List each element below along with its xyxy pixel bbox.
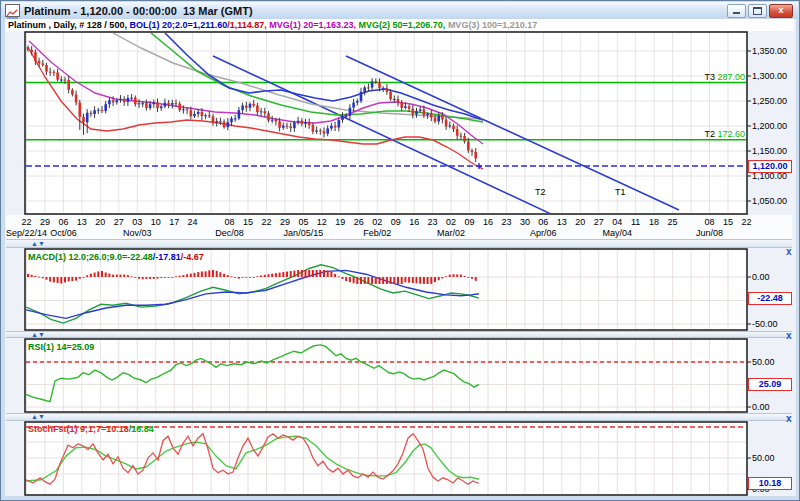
- x-axis-tick-label: 30: [520, 217, 530, 227]
- x-axis-tick-label: 09: [465, 217, 475, 227]
- level-label: T3 287.00: [695, 72, 745, 82]
- month-label: Dec/08: [215, 228, 244, 238]
- y-axis-label: 1,250.00: [752, 96, 787, 106]
- close-stoch-panel-button[interactable]: x: [786, 414, 792, 424]
- x-axis-tick-label: 27: [114, 217, 124, 227]
- x-axis-tick-label: 08: [225, 217, 235, 227]
- last-price-box: 1,120.00: [748, 160, 792, 173]
- y-axis-label: -50.00: [752, 319, 778, 329]
- x-axis-tick-label: 18: [649, 217, 659, 227]
- y-axis-label: 0.00: [752, 402, 770, 412]
- x-axis-tick-label: 29: [40, 217, 50, 227]
- panel-resize-arrows[interactable]: ▲▼: [31, 240, 45, 248]
- month-label: May/04: [602, 228, 632, 238]
- x-axis-tick-label: 06: [58, 217, 68, 227]
- y-axis-label: 50.00: [752, 453, 775, 463]
- month-label: Feb/02: [363, 228, 391, 238]
- month-label: Jun/08: [696, 228, 723, 238]
- x-axis-tick-label: 05: [298, 217, 308, 227]
- trend-label-T2: T2: [535, 187, 546, 197]
- x-axis-tick-label: 23: [428, 217, 438, 227]
- x-axis-tick-label: 09: [391, 217, 401, 227]
- macd-legend: MACD(1) 12.0;26.0;9.0=-22.48/-17.81/-4.6…: [28, 252, 204, 262]
- x-axis-tick-label: 29: [280, 217, 290, 227]
- month-label: Nov/03: [123, 228, 152, 238]
- x-axis-tick-label: 13: [557, 217, 567, 227]
- x-axis-tick-label: 22: [21, 217, 31, 227]
- y-axis-label: 1,350.00: [752, 46, 787, 56]
- macd-value-box: -22.48: [748, 292, 792, 305]
- x-axis-tick-label: 02: [372, 217, 382, 227]
- x-axis-tick-label: 03: [132, 217, 142, 227]
- x-axis-tick-label: 16: [409, 217, 419, 227]
- trend-label-T1: T1: [615, 187, 626, 197]
- month-label: Oct/06: [50, 228, 77, 238]
- labels-overlay: 1,350.001,300.001,250.001,200.001,150.00…: [1, 1, 800, 501]
- x-axis-tick-label: 23: [501, 217, 511, 227]
- x-axis-tick-label: 02: [446, 217, 456, 227]
- x-axis-tick-label: 08: [705, 217, 715, 227]
- x-axis-tick-label: 22: [741, 217, 751, 227]
- x-axis-tick-label: 20: [95, 217, 105, 227]
- y-axis-label: 1,150.00: [752, 146, 787, 156]
- x-axis-tick-label: 04: [612, 217, 622, 227]
- rsi-legend: RSI(1) 14=25.09: [28, 342, 94, 352]
- chart-window: Platinum - 1,120.00 - 00:00:00 13 Mar (G…: [0, 0, 800, 501]
- rsi-value-box: 25.09: [748, 378, 792, 391]
- x-axis-tick-label: 27: [594, 217, 604, 227]
- x-axis-tick-label: 25: [668, 217, 678, 227]
- close-macd-panel-button[interactable]: x: [786, 247, 792, 257]
- y-axis-label: 0.00: [752, 272, 770, 282]
- month-label: Mar/02: [437, 228, 465, 238]
- x-axis-tick-label: 19: [335, 217, 345, 227]
- x-axis-tick-label: 10: [151, 217, 161, 227]
- x-axis-tick-label: 15: [243, 217, 253, 227]
- x-axis-tick-label: 22: [261, 217, 271, 227]
- x-axis-tick-label: 06: [538, 217, 548, 227]
- stoch-legend: StochFst(1) 9;1;7=10.18/16.84: [28, 424, 154, 434]
- x-axis-tick-label: 20: [575, 217, 585, 227]
- x-axis-tick-label: 24: [188, 217, 198, 227]
- panel-resize-arrows[interactable]: ▲▼: [31, 413, 45, 421]
- x-axis-tick-label: 16: [483, 217, 493, 227]
- y-axis-label: 1,200.00: [752, 121, 787, 131]
- x-axis-tick-label: 11: [631, 217, 640, 227]
- x-axis-tick-label: 12: [317, 217, 327, 227]
- month-label: Jan/05/15: [284, 228, 324, 238]
- x-axis-tick-label: 26: [354, 217, 364, 227]
- x-axis-tick-label: 13: [77, 217, 87, 227]
- y-axis-label: 1,050.00: [752, 196, 787, 206]
- level-label: T2 172.60: [695, 129, 745, 139]
- close-rsi-panel-button[interactable]: x: [786, 331, 792, 341]
- x-axis-tick-label: 17: [169, 217, 179, 227]
- month-label: Sep/22/14: [6, 228, 47, 238]
- y-axis-label: 50.00: [752, 357, 775, 367]
- y-axis-label: 1,300.00: [752, 71, 787, 81]
- stoch-value-box: 10.18: [748, 477, 792, 490]
- x-axis-tick-label: 15: [723, 217, 733, 227]
- panel-resize-arrows[interactable]: ▲▼: [31, 331, 45, 339]
- month-label: Apr/06: [530, 228, 557, 238]
